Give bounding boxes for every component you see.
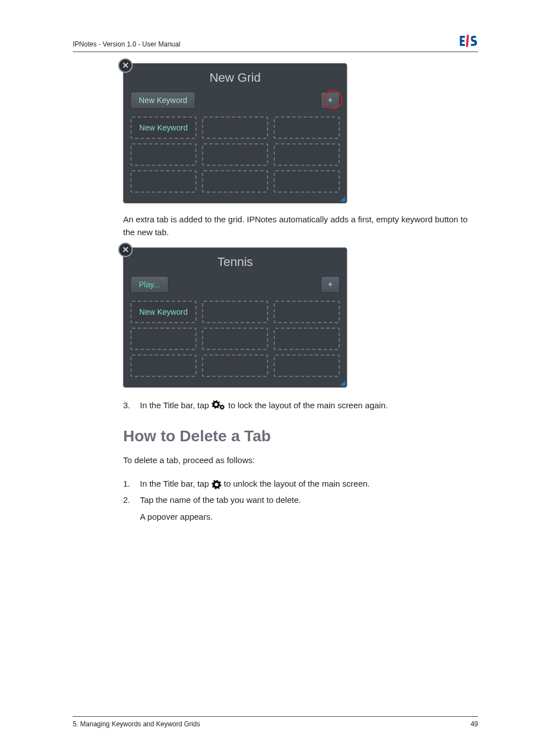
- tab-play[interactable]: Play...: [130, 276, 168, 293]
- keyword-cell-empty[interactable]: [274, 116, 340, 139]
- page-footer: 5. Managing Keywords and Keyword Grids 4…: [73, 716, 478, 728]
- list-item: 2. Tap the name of the tab you want to d…: [123, 492, 478, 508]
- tab-spacer: [199, 92, 317, 109]
- step-number: 3.: [123, 398, 134, 414]
- keyword-cell-empty[interactable]: [274, 143, 340, 166]
- step-text: Tap the name of the tab you want to dele…: [140, 492, 478, 508]
- footer-section: 5. Managing Keywords and Keyword Grids: [73, 720, 200, 728]
- keyword-grid: New Keyword: [124, 298, 346, 377]
- keyword-cell-empty[interactable]: [274, 170, 340, 193]
- gear-double-icon: [212, 398, 226, 414]
- keyword-cell[interactable]: New Keyword: [130, 116, 196, 139]
- tab-new-keyword[interactable]: New Keyword: [130, 92, 195, 109]
- list-item: 3. In the Title bar, tap: [123, 398, 478, 414]
- paragraph: An extra tab is added to the grid. IPNot…: [123, 213, 478, 239]
- keyword-cell-empty[interactable]: [202, 328, 268, 350]
- step-text: In the Title bar, tap to lock the layout: [140, 398, 478, 414]
- keyword-grid: New Keyword: [124, 114, 346, 193]
- tab-row: Play... +: [124, 276, 346, 298]
- panel-title: Tennis: [124, 248, 346, 276]
- figure-tennis: ✕ Tennis Play... + New Keyword: [123, 248, 478, 388]
- keyword-cell-empty[interactable]: [130, 170, 196, 193]
- keyword-cell-empty[interactable]: [202, 143, 268, 166]
- keyword-cell-empty[interactable]: [130, 354, 196, 377]
- doc-title: IPNotes - Version 1.0 - User Manual: [73, 40, 180, 48]
- step-list: 1. In the Title bar, tap to unlock the l…: [123, 476, 478, 508]
- add-tab-button[interactable]: +: [321, 92, 340, 109]
- section-heading: How to Delete a Tab: [123, 427, 478, 445]
- panel-new-grid: ✕ New Grid New Keyword + New Keyword: [123, 63, 347, 203]
- keyword-cell[interactable]: New Keyword: [130, 301, 196, 323]
- resize-handle-icon[interactable]: [340, 380, 345, 386]
- step-list-continue: 3. In the Title bar, tap: [123, 398, 478, 414]
- step-number: 2.: [123, 492, 134, 508]
- content-column: ✕ New Grid New Keyword + New Keyword: [123, 63, 478, 524]
- step-sub-text: A popover appears.: [140, 510, 478, 524]
- paragraph: To delete a tab, proceed as follows:: [123, 454, 478, 467]
- page-header: IPNotes - Version 1.0 - User Manual: [73, 34, 478, 52]
- figure-new-grid: ✕ New Grid New Keyword + New Keyword: [123, 63, 478, 203]
- keyword-cell-empty[interactable]: [130, 328, 196, 350]
- evs-logo: [458, 34, 478, 48]
- keyword-cell-empty[interactable]: [274, 328, 340, 350]
- keyword-cell-empty[interactable]: [130, 143, 196, 166]
- keyword-cell-empty[interactable]: [202, 170, 268, 193]
- step-number: 1.: [123, 476, 134, 492]
- step-text: In the Title bar, tap to unlock the layo…: [140, 476, 478, 492]
- list-item: 1. In the Title bar, tap to unlock the l…: [123, 476, 478, 492]
- keyword-cell-empty[interactable]: [202, 116, 268, 139]
- highlight-circle: [324, 90, 343, 109]
- tab-row: New Keyword +: [124, 92, 346, 114]
- keyword-cell-empty[interactable]: [274, 354, 340, 377]
- close-icon[interactable]: ✕: [118, 58, 133, 73]
- page: IPNotes - Version 1.0 - User Manual ✕ Ne…: [0, 0, 534, 756]
- close-icon[interactable]: ✕: [118, 242, 133, 257]
- resize-handle-icon[interactable]: [340, 196, 345, 202]
- page-number: 49: [471, 720, 478, 728]
- tab-spacer: [172, 276, 317, 293]
- panel-title: New Grid: [124, 64, 346, 92]
- gear-icon: [212, 477, 222, 493]
- keyword-cell-empty[interactable]: [274, 301, 340, 323]
- panel-tennis: ✕ Tennis Play... + New Keyword: [123, 248, 347, 388]
- keyword-cell-empty[interactable]: [202, 301, 268, 323]
- add-tab-button[interactable]: +: [321, 276, 340, 293]
- keyword-cell-empty[interactable]: [202, 354, 268, 377]
